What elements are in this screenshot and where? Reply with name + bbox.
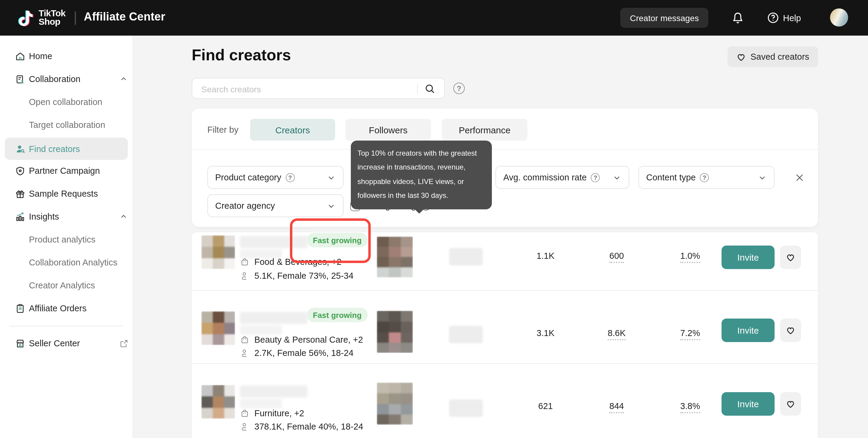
creator-messages-label: Creator messages [630,13,699,23]
dropdown-label: Avg. commission rate [503,173,587,182]
save-creator-heart-button[interactable] [780,319,801,342]
sidebar-item-open-collaboration[interactable]: Open collaboration [0,91,133,113]
avg-commission-rate-dropdown[interactable]: Avg. commission rate ? [495,166,629,189]
stat-value-underlined[interactable]: 8.6K [608,328,626,340]
creator-audience-line: 5.1K, Female 73%, 25-34 [240,271,353,281]
external-link-icon [119,339,128,348]
heart-icon [785,399,796,409]
filter-tab-performance[interactable]: Performance [442,119,527,141]
sidebar-item-find-creators[interactable]: Find creators [5,138,128,160]
creator-category-line: Beauty & Personal Care, +2 [240,335,363,345]
brand-wordmark: TikTok Shop [38,9,65,26]
creator-handle-blurred [240,325,282,335]
search-help-icon[interactable]: ? [453,83,465,94]
sidebar-item-affiliate-orders[interactable]: Affiliate Orders [0,297,133,319]
collaboration-icon [15,74,25,84]
creator-name-blurred [240,385,307,398]
sidebar-item-sample-requests[interactable]: Sample Requests [0,183,133,205]
creator-avatar-blurred[interactable] [201,385,235,419]
saved-creators-button[interactable]: Saved creators [727,47,818,67]
filter-by-label: Filter by [207,125,239,135]
sidebar-item-collaboration-analytics[interactable]: Collaboration Analytics [0,252,133,273]
stat-value-underlined[interactable]: 844 [610,401,624,413]
home-icon [15,51,25,61]
search-icon[interactable] [424,83,436,95]
save-creator-heart-button[interactable] [780,392,801,416]
invite-button[interactable]: Invite [721,392,775,416]
stat-blurred [449,326,483,343]
page: TikTok Shop Affiliate Center Creator mes… [0,0,868,438]
sidebar-item-creator-analytics[interactable]: Creator Analytics [0,274,133,296]
creator-agency-dropdown[interactable]: Creator agency [207,194,344,217]
sidebar-item-partner-campaign[interactable]: Partner Campaign [0,160,133,182]
stat-value: 621 [538,401,553,411]
stat-value-underlined[interactable]: 1.0% [680,251,700,263]
audience-person-icon [240,348,250,358]
sidebar-item-home[interactable]: Home [0,45,133,67]
help-menu[interactable]: Help [767,11,801,24]
tab-label: Performance [459,124,510,135]
filter-tab-followers[interactable]: Followers [345,119,431,141]
product-thumbnail-blurred[interactable] [377,311,413,353]
chevron-up-icon[interactable] [119,212,128,221]
shopping-bag-icon [240,335,250,345]
audience-person-icon [240,271,250,281]
partner-campaign-icon [15,166,25,176]
search-input[interactable] [200,79,401,99]
saved-creators-label: Saved creators [750,52,809,62]
creator-messages-button[interactable]: Creator messages [620,8,709,28]
dropdown-label: Creator agency [215,201,275,210]
brand-line2: Shop [38,18,65,26]
close-filters-icon[interactable] [795,173,805,183]
creator-avatar-blurred[interactable] [201,235,235,269]
sidebar-item-label: Collaboration Analytics [29,258,117,267]
sidebar-item-label: Target collaboration [29,120,105,130]
product-category-dropdown[interactable]: Product category ? [207,166,344,189]
sidebar-item-label: Product analytics [29,235,96,244]
heart-icon [736,52,746,62]
sidebar-item-product-analytics[interactable]: Product analytics [0,229,133,251]
sidebar-item-label: Open collaboration [29,97,102,107]
sidebar-nav: Home Collaboration Open collaboration Ta… [0,36,133,438]
sidebar-item-target-collaboration[interactable]: Target collaboration [0,114,133,136]
sidebar-item-collaboration[interactable]: Collaboration [0,68,133,90]
product-thumbnail-blurred[interactable] [377,236,413,278]
find-creators-icon [15,143,26,154]
product-thumbnail-blurred[interactable] [377,382,413,425]
stat-value: 1.1K [536,251,555,261]
sidebar-item-seller-center[interactable]: Seller Center [0,332,133,354]
help-label: Help [783,13,801,23]
chevron-down-icon [758,173,767,182]
top-header: TikTok Shop Affiliate Center Creator mes… [0,0,868,36]
invite-button[interactable]: Invite [721,245,775,269]
creator-avatar-blurred[interactable] [201,311,235,345]
creator-handle-blurred [240,399,282,408]
filter-tab-creators[interactable]: Creators [250,119,335,141]
user-avatar[interactable] [830,8,848,27]
chevron-down-icon [327,201,336,210]
heart-icon [785,325,796,335]
filter-panel: Filter by Creators Followers Performance… [192,109,818,227]
annotation-highlight-rectangle [290,218,371,263]
creator-row: Furniture, +2 378.1K, Female 40%, 18-24 [192,364,818,438]
stat-value-underlined[interactable]: 7.2% [680,328,700,340]
stat-value-underlined[interactable]: 3.8% [680,401,700,413]
sidebar-item-label: Creator Analytics [29,281,95,290]
notifications-bell-icon[interactable] [731,11,744,25]
content-type-dropdown[interactable]: Content type ? [638,166,775,189]
creator-category: Furniture, +2 [254,408,304,418]
sidebar-item-insights[interactable]: Insights [0,206,133,228]
chevron-down-icon [613,173,621,182]
creator-row: Fast growing Beauty & Personal Care, +2 … [192,291,818,364]
invite-button[interactable]: Invite [721,319,775,342]
save-creator-heart-button[interactable] [780,245,801,269]
filter-divider [192,149,818,150]
header-divider [75,11,76,25]
chevron-up-icon[interactable] [119,75,128,83]
stat-value: 3.1K [536,328,555,338]
stat-blurred [449,399,483,417]
tab-label: Followers [369,124,407,135]
sidebar-item-label: Sample Requests [29,189,98,199]
stat-value-underlined[interactable]: 600 [610,251,624,263]
sample-requests-icon [15,188,25,199]
